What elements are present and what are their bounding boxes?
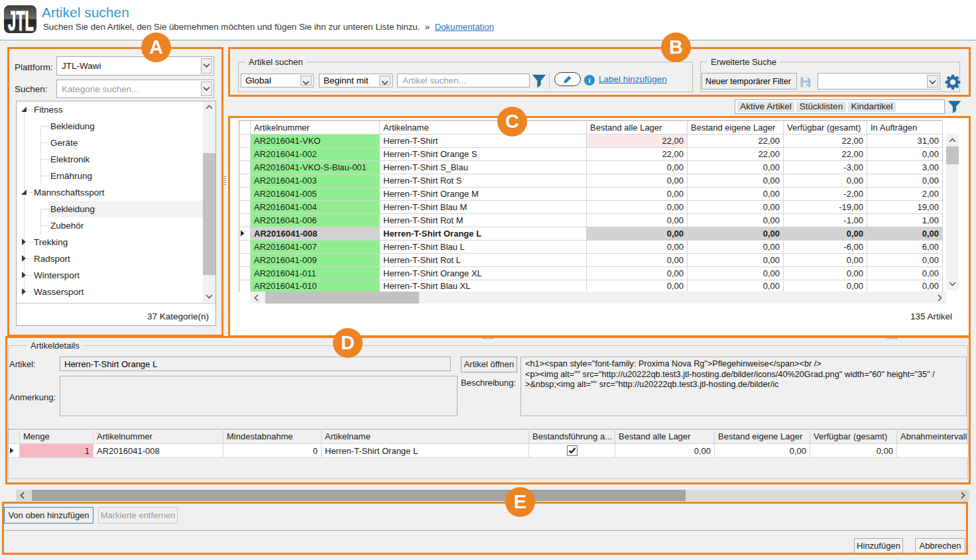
svg-text:JTL: JTL: [8, 5, 34, 33]
